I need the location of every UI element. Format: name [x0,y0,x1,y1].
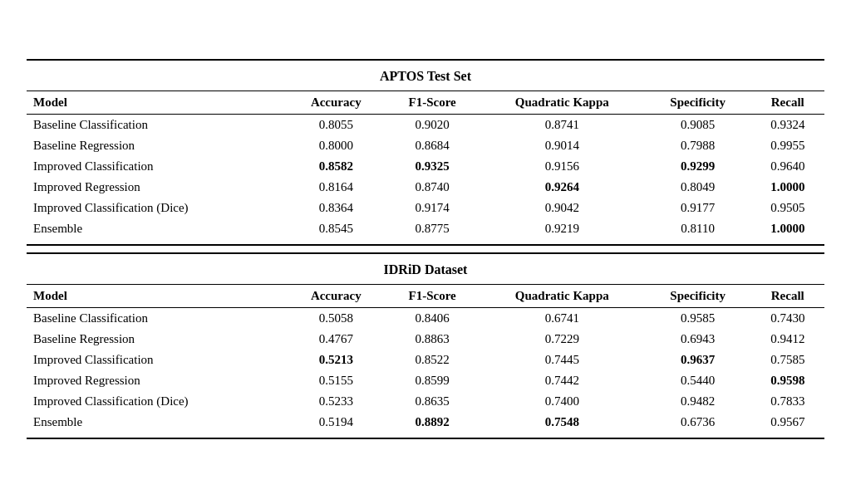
accuracy-cell: 0.5213 [287,350,386,370]
col-header: F1-Score [386,91,480,114]
col-header: Specificity [645,284,751,307]
col-header: Quadratic Kappa [480,284,645,307]
col-header: Accuracy [287,91,386,114]
recall-cell: 0.9955 [751,135,824,156]
spec-cell: 0.6736 [645,412,751,438]
f1-cell: 0.8892 [386,412,480,438]
f1-cell: 0.8684 [386,135,480,156]
qk-cell: 0.7548 [480,412,645,438]
qk-cell: 0.9014 [480,135,645,156]
recall-cell: 0.9567 [751,412,824,438]
qk-cell: 0.9264 [480,177,645,198]
f1-cell: 0.9174 [386,198,480,218]
f1-cell: 0.8635 [386,391,480,412]
accuracy-cell: 0.8164 [287,177,386,198]
idrid-table: IDRiD DatasetModelAccuracyF1-ScoreQuadra… [27,252,824,439]
table-row: Improved Classification0.52130.85220.744… [27,350,824,370]
qk-cell: 0.7400 [480,391,645,412]
accuracy-cell: 0.8364 [287,198,386,218]
table-row: Improved Regression0.81640.87400.92640.8… [27,177,824,198]
accuracy-cell: 0.5155 [287,370,386,391]
recall-cell: 0.7585 [751,350,824,370]
f1-cell: 0.8863 [386,329,480,350]
recall-cell: 0.7833 [751,391,824,412]
aptos-table: APTOS Test SetModelAccuracyF1-ScoreQuadr… [27,59,824,246]
qk-cell: 0.6741 [480,307,645,329]
recall-cell: 0.9598 [751,370,824,391]
table-row: Improved Classification (Dice)0.52330.86… [27,391,824,412]
recall-cell: 0.9640 [751,156,824,177]
col-header: Quadratic Kappa [480,91,645,114]
table-row: Baseline Regression0.47670.88630.72290.6… [27,329,824,350]
spec-cell: 0.9085 [645,114,751,135]
qk-cell: 0.8741 [480,114,645,135]
model-cell: Improved Regression [27,177,287,198]
table-row: Baseline Classification0.80550.90200.874… [27,114,824,135]
spec-cell: 0.5440 [645,370,751,391]
recall-cell: 0.9324 [751,114,824,135]
spec-cell: 0.9585 [645,307,751,329]
spec-cell: 0.6943 [645,329,751,350]
section-title: APTOS Test Set [27,60,824,91]
col-header: Specificity [645,91,751,114]
f1-cell: 0.8599 [386,370,480,391]
qk-cell: 0.7442 [480,370,645,391]
accuracy-cell: 0.5058 [287,307,386,329]
spec-cell: 0.9637 [645,350,751,370]
table-row: Baseline Regression0.80000.86840.90140.7… [27,135,824,156]
f1-cell: 0.9325 [386,156,480,177]
f1-cell: 0.8522 [386,350,480,370]
col-header: F1-Score [386,284,480,307]
model-cell: Ensemble [27,218,287,245]
table-row: Improved Classification (Dice)0.83640.91… [27,198,824,218]
table-row: Ensemble0.51940.88920.75480.67360.9567 [27,412,824,438]
model-cell: Baseline Regression [27,329,287,350]
model-cell: Improved Classification [27,156,287,177]
page-container: APTOS Test SetModelAccuracyF1-ScoreQuadr… [27,59,824,446]
model-cell: Ensemble [27,412,287,438]
recall-cell: 1.0000 [751,177,824,198]
table-row: Baseline Classification0.50580.84060.674… [27,307,824,329]
model-cell: Baseline Classification [27,114,287,135]
recall-cell: 0.9505 [751,198,824,218]
accuracy-cell: 0.4767 [287,329,386,350]
col-header: Model [27,284,287,307]
section-title: IDRiD Dataset [27,253,824,285]
f1-cell: 0.8740 [386,177,480,198]
model-cell: Baseline Classification [27,307,287,329]
spec-cell: 0.8110 [645,218,751,245]
f1-cell: 0.8775 [386,218,480,245]
table-row: Improved Classification0.85820.93250.915… [27,156,824,177]
spec-cell: 0.7988 [645,135,751,156]
accuracy-cell: 0.5233 [287,391,386,412]
qk-cell: 0.9219 [480,218,645,245]
spec-cell: 0.9482 [645,391,751,412]
qk-cell: 0.9042 [480,198,645,218]
f1-cell: 0.9020 [386,114,480,135]
accuracy-cell: 0.8000 [287,135,386,156]
col-header: Recall [751,284,824,307]
qk-cell: 0.7229 [480,329,645,350]
f1-cell: 0.8406 [386,307,480,329]
model-cell: Improved Classification (Dice) [27,391,287,412]
accuracy-cell: 0.8582 [287,156,386,177]
table-row: Ensemble0.85450.87750.92190.81101.0000 [27,218,824,245]
qk-cell: 0.9156 [480,156,645,177]
col-header: Accuracy [287,284,386,307]
recall-cell: 0.9412 [751,329,824,350]
accuracy-cell: 0.8545 [287,218,386,245]
accuracy-cell: 0.8055 [287,114,386,135]
accuracy-cell: 0.5194 [287,412,386,438]
spec-cell: 0.9299 [645,156,751,177]
table-row: Improved Regression0.51550.85990.74420.5… [27,370,824,391]
col-header: Model [27,91,287,114]
recall-cell: 1.0000 [751,218,824,245]
col-header: Recall [751,91,824,114]
model-cell: Improved Classification (Dice) [27,198,287,218]
model-cell: Improved Regression [27,370,287,391]
spec-cell: 0.8049 [645,177,751,198]
qk-cell: 0.7445 [480,350,645,370]
recall-cell: 0.7430 [751,307,824,329]
model-cell: Baseline Regression [27,135,287,156]
spec-cell: 0.9177 [645,198,751,218]
